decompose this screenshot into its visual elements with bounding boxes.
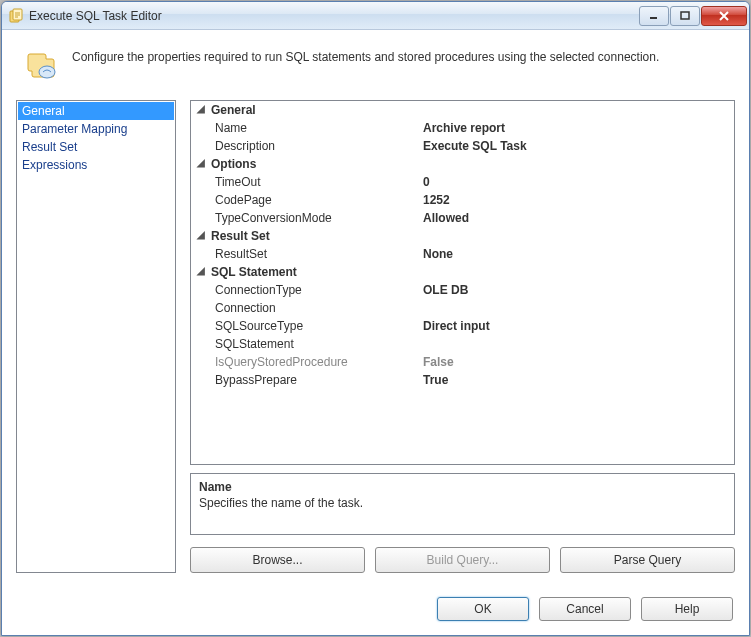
description-title: Name: [199, 480, 726, 494]
svg-rect-3: [681, 12, 689, 19]
property-value[interactable]: Direct input: [421, 317, 734, 335]
category-result-set[interactable]: ◢ Result Set: [191, 227, 734, 245]
action-row: Browse... Build Query... Parse Query: [190, 547, 735, 573]
category-options[interactable]: ◢ Options: [191, 155, 734, 173]
property-label: Name: [211, 119, 421, 137]
property-value[interactable]: 0: [421, 173, 734, 191]
category-sql-statement[interactable]: ◢ SQL Statement: [191, 263, 734, 281]
parse-query-button[interactable]: Parse Query: [560, 547, 735, 573]
property-value[interactable]: Archive report: [421, 119, 734, 137]
collapse-icon[interactable]: ◢: [191, 101, 211, 119]
minimize-button[interactable]: [639, 6, 669, 26]
close-button[interactable]: [701, 6, 747, 26]
property-row[interactable]: BypassPrepareTrue: [191, 371, 734, 389]
property-label: ResultSet: [211, 245, 421, 263]
property-grid[interactable]: ◢ General NameArchive report Description…: [190, 100, 735, 465]
task-icon: [26, 48, 58, 80]
category-general[interactable]: ◢ General: [191, 101, 734, 119]
build-query-button: Build Query...: [375, 547, 550, 573]
property-row[interactable]: NameArchive report: [191, 119, 734, 137]
window-title: Execute SQL Task Editor: [29, 9, 639, 23]
property-row[interactable]: Connection: [191, 299, 734, 317]
property-row[interactable]: ResultSetNone: [191, 245, 734, 263]
property-label: Connection: [211, 299, 421, 317]
property-label: CodePage: [211, 191, 421, 209]
nav-item-result-set[interactable]: Result Set: [18, 138, 174, 156]
nav-item-parameter-mapping[interactable]: Parameter Mapping: [18, 120, 174, 138]
property-row[interactable]: ConnectionTypeOLE DB: [191, 281, 734, 299]
property-label: SQLSourceType: [211, 317, 421, 335]
nav-item-general[interactable]: General: [18, 102, 174, 120]
property-value[interactable]: OLE DB: [421, 281, 734, 299]
description-text: Specifies the name of the task.: [199, 496, 726, 510]
property-label: IsQueryStoredProcedure: [211, 353, 421, 371]
property-row: IsQueryStoredProcedureFalse: [191, 353, 734, 371]
property-value: False: [421, 353, 734, 371]
property-label: TypeConversionMode: [211, 209, 421, 227]
property-value[interactable]: Allowed: [421, 209, 734, 227]
property-row[interactable]: TimeOut0: [191, 173, 734, 191]
task-icon-small: [8, 8, 24, 24]
property-label: Description: [211, 137, 421, 155]
titlebar[interactable]: Execute SQL Task Editor: [2, 2, 749, 30]
property-value[interactable]: True: [421, 371, 734, 389]
collapse-icon[interactable]: ◢: [191, 263, 211, 281]
property-row[interactable]: SQLStatement: [191, 335, 734, 353]
header-description: Configure the properties required to run…: [72, 48, 659, 64]
collapse-icon[interactable]: ◢: [191, 227, 211, 245]
header-row: Configure the properties required to run…: [16, 42, 735, 100]
property-label: ConnectionType: [211, 281, 421, 299]
collapse-icon[interactable]: ◢: [191, 155, 211, 173]
property-label: BypassPrepare: [211, 371, 421, 389]
property-row[interactable]: TypeConversionModeAllowed: [191, 209, 734, 227]
body-row: General Parameter Mapping Result Set Exp…: [16, 100, 735, 573]
description-panel: Name Specifies the name of the task.: [190, 473, 735, 535]
browse-button[interactable]: Browse...: [190, 547, 365, 573]
property-label: TimeOut: [211, 173, 421, 191]
property-label: SQLStatement: [211, 335, 421, 353]
window-controls: [639, 6, 747, 26]
property-value[interactable]: Execute SQL Task: [421, 137, 734, 155]
nav-panel: General Parameter Mapping Result Set Exp…: [16, 100, 176, 573]
ok-button[interactable]: OK: [437, 597, 529, 621]
property-row[interactable]: SQLSourceTypeDirect input: [191, 317, 734, 335]
maximize-button[interactable]: [670, 6, 700, 26]
dialog-footer: OK Cancel Help: [16, 573, 735, 621]
property-row[interactable]: CodePage1252: [191, 191, 734, 209]
help-button[interactable]: Help: [641, 597, 733, 621]
dialog-content: Configure the properties required to run…: [2, 30, 749, 635]
cancel-button[interactable]: Cancel: [539, 597, 631, 621]
property-row[interactable]: DescriptionExecute SQL Task: [191, 137, 734, 155]
property-value[interactable]: 1252: [421, 191, 734, 209]
dialog-window: Execute SQL Task Editor Configure the pr…: [1, 1, 750, 636]
right-column: ◢ General NameArchive report Description…: [190, 100, 735, 573]
svg-point-4: [39, 66, 55, 78]
nav-item-expressions[interactable]: Expressions: [18, 156, 174, 174]
property-value[interactable]: None: [421, 245, 734, 263]
